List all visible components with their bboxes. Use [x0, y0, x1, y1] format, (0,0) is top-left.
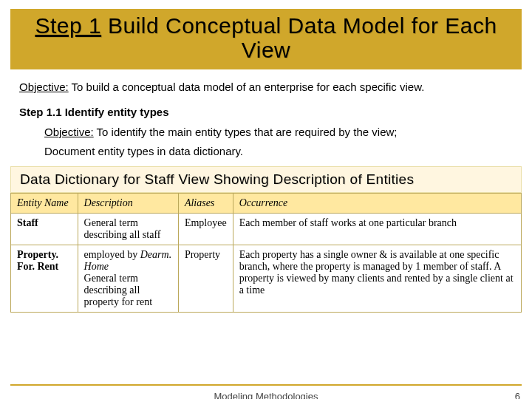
slide: Step 1 Build Conceptual Data Model for E… [0, 9, 532, 399]
title-banner: Step 1 Build Conceptual Data Model for E… [10, 9, 522, 69]
slide-title: Step 1 Build Conceptual Data Model for E… [18, 13, 514, 62]
table-row: Staff General term describing all staff … [11, 214, 522, 245]
dict-title: Data Dictionary for Staff View Showing D… [20, 171, 512, 188]
table-header-row: Entity Name Description Aliases Occurren… [11, 194, 522, 214]
footer-center: Modeling Methodologies [0, 391, 532, 399]
footer-page: 6 [515, 391, 520, 399]
cell-alias: Property [178, 245, 233, 313]
cell-entity: Property. For. Rent [11, 245, 78, 313]
desc-pre: employed by [84, 249, 140, 260]
table-row: Property. For. Rent employed by Dearm. H… [11, 245, 522, 313]
substep-doc: Document entity types in data dictionary… [44, 144, 513, 159]
substep-obj-text: To identify the main entity types that a… [94, 126, 398, 138]
th-desc: Description [78, 194, 178, 214]
body: Objective: To build a conceptual data mo… [0, 69, 532, 159]
objective-text: To build a conceptual data model of an e… [69, 81, 425, 93]
objective-line: Objective: To build a conceptual data mo… [19, 80, 513, 95]
footer-rule [10, 384, 522, 386]
cell-entity: Staff [11, 214, 78, 245]
cell-occ: Each property has a single owner & is av… [233, 245, 521, 313]
title-step-label: Step 1 [35, 13, 101, 38]
th-entity: Entity Name [11, 194, 78, 214]
substep-objective: Objective: To identify the main entity t… [44, 125, 513, 140]
substep-obj-label: Objective: [44, 126, 94, 138]
cell-desc: General term describing all staff [78, 214, 178, 245]
desc-text: General term describing all staff [84, 217, 161, 240]
cell-desc: employed by Dearm. Home General term des… [78, 245, 178, 313]
th-alias: Aliases [178, 194, 233, 214]
cell-occ: Each member of staff works at one partic… [233, 214, 521, 245]
substep-heading: Step 1.1 Identify entity types [19, 105, 513, 120]
cell-alias: Employee [178, 214, 233, 245]
th-occ: Occurrence [233, 194, 521, 214]
objective-label: Objective: [19, 81, 69, 93]
title-rest: Build Conceptual Data Model for Each Vie… [101, 13, 497, 62]
desc-post: General term describing all property for… [84, 273, 153, 307]
dict-table: Entity Name Description Aliases Occurren… [10, 193, 522, 313]
dict-title-wrap: Data Dictionary for Staff View Showing D… [10, 166, 522, 193]
